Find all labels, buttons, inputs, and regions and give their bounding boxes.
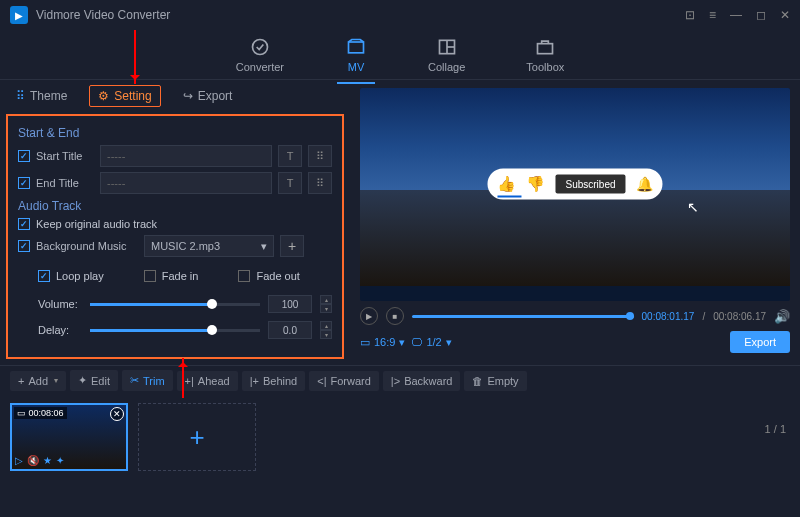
playback-controls: ▶ ■ 00:08:01.17/00:08:06.17 🔊 [360,307,790,325]
ratio-icon: ▭ [360,336,370,349]
feedback-icon[interactable]: ⊡ [685,8,695,22]
start-title-font-button[interactable]: T [278,145,302,167]
video-clip[interactable]: ▭ 00:08:06 ✕ ▷ 🔇 ★ ✦ [10,403,128,471]
youtube-overlay: 👍 👎 Subscribed 🔔 [487,168,662,199]
total-time: 00:08:06.17 [713,311,766,322]
converter-icon [249,37,271,57]
backward-button[interactable]: |>Backward [383,371,461,391]
page-indicator: 1 / 1 [765,423,786,435]
volume-slider[interactable] [90,303,260,306]
end-title-checkbox[interactable] [18,177,30,189]
volume-stepper[interactable]: ▴▾ [320,295,332,313]
effect-icon: ✦ [56,455,64,466]
volume-label: Volume: [38,298,82,310]
trash-icon: 🗑 [472,375,483,387]
scissors-icon: ✂ [130,374,139,387]
export-button[interactable]: Export [730,331,790,353]
section-audio-track: Audio Track [18,199,332,213]
ahead-icon: +| [185,375,194,387]
chevron-down-icon: ▾ [54,376,58,385]
preview-area: 👍 👎 Subscribed 🔔 ↖ [360,88,790,301]
tab-collage[interactable]: Collage [420,33,473,77]
start-title-input[interactable]: ----- [100,145,272,167]
clip-duration: ▭ 00:08:06 [14,407,67,419]
end-title-label: End Title [36,177,94,189]
play-button[interactable]: ▶ [360,307,378,325]
delay-stepper[interactable]: ▴▾ [320,321,332,339]
minimize-icon[interactable]: — [730,8,742,22]
scale-select[interactable]: 🖵1/2▾ [411,336,451,349]
loop-play-checkbox[interactable] [38,270,50,282]
bg-music-checkbox[interactable] [18,240,30,252]
current-time: 00:08:01.17 [642,311,695,322]
top-tabs: Converter MV Collage Toolbox [0,30,800,80]
annotation-arrow-to-setting [134,30,136,84]
subscribed-badge: Subscribed [555,174,625,193]
remove-clip-button[interactable]: ✕ [110,407,124,421]
svg-rect-1 [349,42,364,53]
maximize-icon[interactable]: ◻ [756,8,766,22]
sub-tab-setting[interactable]: ⚙Setting [89,85,160,107]
forward-icon: <| [317,375,326,387]
star-icon: ★ [43,455,52,466]
end-title-input[interactable]: ----- [100,172,272,194]
cursor-icon: ↖ [687,199,699,215]
seek-slider[interactable] [412,315,634,318]
sub-tab-theme[interactable]: ⠿Theme [10,85,73,107]
start-title-style-button[interactable]: ⠿ [308,145,332,167]
wand-icon: ✦ [78,374,87,387]
volume-value[interactable]: 100 [268,295,312,313]
edit-button[interactable]: ✦Edit [70,370,118,391]
export-icon: ↪ [183,89,193,103]
empty-button[interactable]: 🗑Empty [464,371,526,391]
behind-icon: |+ [250,375,259,387]
title-bar: ▶ Vidmore Video Converter ⊡ ≡ — ◻ ✕ [0,0,800,30]
thumb-down-icon: 👎 [526,175,545,193]
chevron-down-icon: ▾ [261,240,267,253]
delay-label: Delay: [38,324,82,336]
plus-icon: + [18,375,24,387]
stop-button[interactable]: ■ [386,307,404,325]
start-title-checkbox[interactable] [18,150,30,162]
settings-panel: Start & End Start Title ----- T ⠿ End Ti… [6,114,344,359]
bg-music-label: Background Music [36,240,138,252]
timeline-track: ▭ 00:08:06 ✕ ▷ 🔇 ★ ✦ + [0,395,800,469]
trim-button[interactable]: ✂Trim [122,370,173,391]
gear-icon: ⚙ [98,89,109,103]
thumb-up-icon: 👍 [497,175,516,193]
backward-icon: |> [391,375,400,387]
svg-point-0 [252,39,267,54]
sub-tab-export[interactable]: ↪Export [177,85,239,107]
volume-icon[interactable]: 🔊 [774,309,790,324]
bg-music-select[interactable]: MUSIC 2.mp3 ▾ [144,235,274,257]
bell-icon: 🔔 [636,176,653,192]
collage-icon [436,37,458,57]
behind-button[interactable]: |+Behind [242,371,306,391]
app-logo-icon: ▶ [10,6,28,24]
app-title: Vidmore Video Converter [36,8,685,22]
fade-out-checkbox[interactable] [238,270,250,282]
add-music-button[interactable]: + [280,235,304,257]
section-start-end: Start & End [18,126,332,140]
forward-button[interactable]: <|Forward [309,371,379,391]
menu-icon[interactable]: ≡ [709,8,716,22]
bottom-toolbar: +Add▾ ✦Edit ✂Trim +|Ahead |+Behind <|For… [0,365,800,395]
close-icon[interactable]: ✕ [780,8,790,22]
add-button[interactable]: +Add▾ [10,371,66,391]
ahead-button[interactable]: +|Ahead [177,371,238,391]
tab-mv[interactable]: MV [337,33,375,77]
delay-value[interactable]: 0.0 [268,321,312,339]
tab-converter[interactable]: Converter [228,33,292,77]
mute-icon: 🔇 [27,455,39,466]
aspect-ratio-select[interactable]: ▭16:9▾ [360,336,405,349]
fade-in-checkbox[interactable] [144,270,156,282]
annotation-arrow-to-panel [182,358,184,398]
tab-toolbox[interactable]: Toolbox [518,33,572,77]
delay-slider[interactable] [90,329,260,332]
end-title-font-button[interactable]: T [278,172,302,194]
mv-icon [345,37,367,57]
end-title-style-button[interactable]: ⠿ [308,172,332,194]
add-clip-button[interactable]: + [138,403,256,471]
sub-tabs: ⠿Theme ⚙Setting ↪Export [0,80,350,112]
keep-audio-checkbox[interactable] [18,218,30,230]
